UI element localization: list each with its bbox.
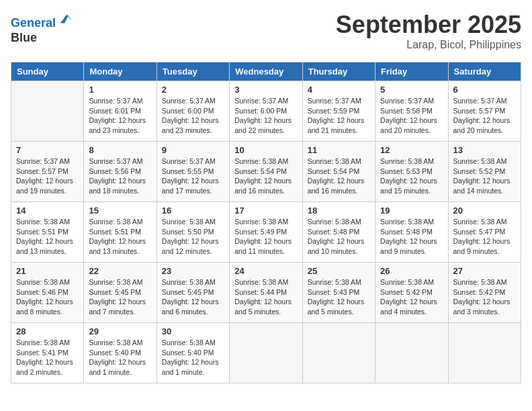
day-info: Sunrise: 5:37 AM Sunset: 5:56 PM Dayligh… bbox=[89, 156, 151, 196]
day-info: Sunrise: 5:38 AM Sunset: 5:42 PM Dayligh… bbox=[380, 277, 443, 317]
day-info: Sunrise: 5:38 AM Sunset: 5:53 PM Dayligh… bbox=[380, 156, 443, 196]
calendar-cell: 5Sunrise: 5:37 AM Sunset: 5:58 PM Daylig… bbox=[375, 81, 448, 142]
day-number: 7 bbox=[16, 145, 79, 155]
calendar-week-row: 7Sunrise: 5:37 AM Sunset: 5:57 PM Daylig… bbox=[11, 142, 521, 202]
day-number: 13 bbox=[453, 145, 516, 155]
column-header-thursday: Thursday bbox=[302, 62, 375, 81]
calendar-cell: 19Sunrise: 5:38 AM Sunset: 5:48 PM Dayli… bbox=[375, 202, 448, 263]
title-block: September 2025 Larap, Bicol, Philippines bbox=[336, 11, 521, 51]
column-header-saturday: Saturday bbox=[448, 62, 521, 81]
day-info: Sunrise: 5:38 AM Sunset: 5:54 PM Dayligh… bbox=[308, 156, 370, 196]
calendar-cell: 27Sunrise: 5:38 AM Sunset: 5:42 PM Dayli… bbox=[448, 263, 521, 323]
day-number: 25 bbox=[308, 266, 370, 276]
month-title: September 2025 bbox=[336, 11, 521, 39]
day-number: 29 bbox=[89, 326, 151, 336]
day-info: Sunrise: 5:38 AM Sunset: 5:43 PM Dayligh… bbox=[308, 277, 370, 317]
calendar-cell: 20Sunrise: 5:38 AM Sunset: 5:47 PM Dayli… bbox=[448, 202, 521, 263]
day-info: Sunrise: 5:38 AM Sunset: 5:45 PM Dayligh… bbox=[162, 277, 224, 317]
day-info: Sunrise: 5:37 AM Sunset: 5:59 PM Dayligh… bbox=[308, 96, 370, 136]
day-number: 23 bbox=[162, 266, 224, 276]
day-info: Sunrise: 5:37 AM Sunset: 5:57 PM Dayligh… bbox=[16, 156, 79, 196]
day-number: 10 bbox=[234, 145, 297, 155]
calendar-cell: 22Sunrise: 5:38 AM Sunset: 5:45 PM Dayli… bbox=[84, 263, 157, 323]
day-info: Sunrise: 5:38 AM Sunset: 5:54 PM Dayligh… bbox=[234, 156, 297, 196]
day-number: 3 bbox=[234, 85, 297, 95]
day-info: Sunrise: 5:37 AM Sunset: 6:00 PM Dayligh… bbox=[234, 96, 297, 136]
calendar-cell: 4Sunrise: 5:37 AM Sunset: 5:59 PM Daylig… bbox=[302, 81, 375, 142]
logo: General Blue bbox=[11, 11, 73, 45]
day-info: Sunrise: 5:37 AM Sunset: 6:00 PM Dayligh… bbox=[162, 96, 224, 136]
calendar-cell: 29Sunrise: 5:38 AM Sunset: 5:40 PM Dayli… bbox=[84, 323, 157, 383]
svg-marker-0 bbox=[60, 15, 73, 24]
day-number: 17 bbox=[234, 205, 297, 216]
calendar-header-row: SundayMondayTuesdayWednesdayThursdayFrid… bbox=[11, 62, 521, 81]
calendar-cell: 25Sunrise: 5:38 AM Sunset: 5:43 PM Dayli… bbox=[302, 263, 375, 323]
day-info: Sunrise: 5:38 AM Sunset: 5:42 PM Dayligh… bbox=[453, 277, 516, 317]
day-number: 15 bbox=[89, 205, 151, 216]
column-header-wednesday: Wednesday bbox=[230, 62, 302, 81]
day-number: 19 bbox=[380, 205, 443, 216]
calendar-week-row: 21Sunrise: 5:38 AM Sunset: 5:46 PM Dayli… bbox=[11, 263, 521, 323]
day-info: Sunrise: 5:37 AM Sunset: 6:01 PM Dayligh… bbox=[89, 96, 151, 136]
location-title: Larap, Bicol, Philippines bbox=[336, 39, 521, 51]
day-info: Sunrise: 5:38 AM Sunset: 5:46 PM Dayligh… bbox=[16, 277, 79, 317]
page-header: General Blue September 2025 Larap, Bicol… bbox=[11, 11, 521, 51]
calendar-cell: 24Sunrise: 5:38 AM Sunset: 5:44 PM Dayli… bbox=[230, 263, 302, 323]
day-info: Sunrise: 5:38 AM Sunset: 5:41 PM Dayligh… bbox=[16, 338, 79, 377]
day-info: Sunrise: 5:38 AM Sunset: 5:50 PM Dayligh… bbox=[162, 217, 224, 257]
calendar-cell bbox=[375, 323, 448, 383]
day-info: Sunrise: 5:37 AM Sunset: 5:58 PM Dayligh… bbox=[380, 96, 443, 136]
day-number: 2 bbox=[162, 85, 224, 95]
calendar-cell: 10Sunrise: 5:38 AM Sunset: 5:54 PM Dayli… bbox=[230, 142, 302, 202]
day-info: Sunrise: 5:38 AM Sunset: 5:51 PM Dayligh… bbox=[89, 217, 151, 257]
calendar-week-row: 14Sunrise: 5:38 AM Sunset: 5:51 PM Dayli… bbox=[11, 202, 521, 263]
day-info: Sunrise: 5:37 AM Sunset: 5:57 PM Dayligh… bbox=[453, 96, 516, 136]
calendar-cell: 18Sunrise: 5:38 AM Sunset: 5:48 PM Dayli… bbox=[302, 202, 375, 263]
calendar-cell bbox=[302, 323, 375, 383]
day-number: 22 bbox=[89, 266, 151, 276]
day-info: Sunrise: 5:38 AM Sunset: 5:48 PM Dayligh… bbox=[308, 217, 370, 257]
column-header-monday: Monday bbox=[84, 62, 157, 81]
calendar-cell: 1Sunrise: 5:37 AM Sunset: 6:01 PM Daylig… bbox=[84, 81, 157, 142]
day-info: Sunrise: 5:38 AM Sunset: 5:40 PM Dayligh… bbox=[162, 338, 224, 377]
day-number: 12 bbox=[380, 145, 443, 155]
column-header-tuesday: Tuesday bbox=[157, 62, 229, 81]
day-number: 6 bbox=[453, 85, 516, 95]
day-number: 11 bbox=[308, 145, 370, 155]
calendar-cell: 21Sunrise: 5:38 AM Sunset: 5:46 PM Dayli… bbox=[11, 263, 84, 323]
day-info: Sunrise: 5:38 AM Sunset: 5:44 PM Dayligh… bbox=[234, 277, 297, 317]
calendar-cell bbox=[11, 81, 84, 142]
day-number: 30 bbox=[162, 326, 224, 336]
day-info: Sunrise: 5:38 AM Sunset: 5:48 PM Dayligh… bbox=[380, 217, 443, 257]
day-number: 8 bbox=[89, 145, 151, 155]
day-number: 24 bbox=[234, 266, 297, 276]
day-number: 20 bbox=[453, 205, 516, 216]
day-info: Sunrise: 5:38 AM Sunset: 5:51 PM Dayligh… bbox=[16, 217, 79, 257]
column-header-friday: Friday bbox=[375, 62, 448, 81]
day-info: Sunrise: 5:38 AM Sunset: 5:45 PM Dayligh… bbox=[89, 277, 151, 317]
calendar-cell: 17Sunrise: 5:38 AM Sunset: 5:49 PM Dayli… bbox=[230, 202, 302, 263]
logo-icon bbox=[57, 11, 73, 27]
calendar-cell: 30Sunrise: 5:38 AM Sunset: 5:40 PM Dayli… bbox=[157, 323, 229, 383]
day-number: 18 bbox=[308, 205, 370, 216]
logo-text: General Blue bbox=[11, 11, 73, 45]
calendar-cell: 9Sunrise: 5:37 AM Sunset: 5:55 PM Daylig… bbox=[157, 142, 229, 202]
day-number: 21 bbox=[16, 266, 79, 276]
calendar-table: SundayMondayTuesdayWednesdayThursdayFrid… bbox=[11, 62, 521, 383]
calendar-cell: 14Sunrise: 5:38 AM Sunset: 5:51 PM Dayli… bbox=[11, 202, 84, 263]
calendar-cell: 3Sunrise: 5:37 AM Sunset: 6:00 PM Daylig… bbox=[230, 81, 302, 142]
day-info: Sunrise: 5:38 AM Sunset: 5:40 PM Dayligh… bbox=[89, 338, 151, 377]
calendar-cell bbox=[230, 323, 302, 383]
day-number: 4 bbox=[308, 85, 370, 95]
calendar-cell: 26Sunrise: 5:38 AM Sunset: 5:42 PM Dayli… bbox=[375, 263, 448, 323]
day-number: 1 bbox=[89, 85, 151, 95]
calendar-cell: 12Sunrise: 5:38 AM Sunset: 5:53 PM Dayli… bbox=[375, 142, 448, 202]
day-number: 9 bbox=[162, 145, 224, 155]
column-header-sunday: Sunday bbox=[11, 62, 84, 81]
day-number: 5 bbox=[380, 85, 443, 95]
day-number: 16 bbox=[162, 205, 224, 216]
calendar-week-row: 28Sunrise: 5:38 AM Sunset: 5:41 PM Dayli… bbox=[11, 323, 521, 383]
day-info: Sunrise: 5:38 AM Sunset: 5:49 PM Dayligh… bbox=[234, 217, 297, 257]
calendar-cell: 13Sunrise: 5:38 AM Sunset: 5:52 PM Dayli… bbox=[448, 142, 521, 202]
day-info: Sunrise: 5:38 AM Sunset: 5:47 PM Dayligh… bbox=[453, 217, 516, 257]
